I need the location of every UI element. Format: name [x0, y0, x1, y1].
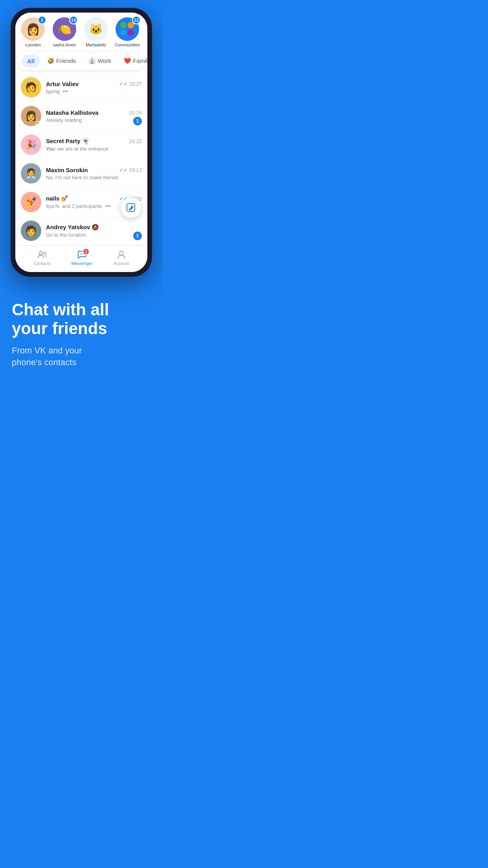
chat-item-andrey[interactable]: 🧑 Andrey Yatskov 🔕 Go to the location 1: [15, 217, 147, 245]
compose-fab[interactable]: [121, 197, 141, 218]
story-avatar-wrap-sasha: 🍋 14: [53, 17, 76, 41]
filter-tab-friends[interactable]: 🤣 Friends: [42, 54, 81, 68]
chat-preview-nails: Ilya N. and 2 participants •••: [46, 203, 132, 209]
chat-preview-text: Ilya N. and 2 participants: [46, 203, 102, 209]
chat-header-maxim: Maxim Sorokin ✓✓ 19:12: [46, 167, 142, 173]
chat-item-natasha[interactable]: 👩 Natasha Kallistova 20:24 Already readi…: [15, 102, 147, 131]
story-badge-vponkin: 2: [38, 16, 46, 24]
unread-badge: 1: [133, 117, 142, 125]
chat-content-artur: Artur Valiev ✓✓ 20:27 typing •••: [46, 81, 142, 94]
chat-avatar-artur: 🧑: [21, 77, 41, 97]
chat-name-nails: nails 💅: [46, 195, 68, 202]
chat-preview-text: Already reading: [46, 117, 82, 123]
chat-content-andrey: Andrey Yatskov 🔕 Go to the location: [46, 224, 142, 238]
chat-preview-text: we are at the entrance: [57, 146, 108, 152]
nav-badge-messenger: 3: [83, 248, 90, 255]
hero-section: Chat with all your friends From VK and y…: [0, 285, 163, 388]
read-check: ✓✓: [119, 167, 128, 173]
chat-preview-andrey: Go to the location: [46, 232, 132, 238]
story-name-sasha: sasha limon: [53, 42, 76, 47]
chat-item-artur[interactable]: 🧑 Artur Valiev ✓✓ 20:27 typing •••: [15, 73, 147, 102]
story-badge-communities: 12: [132, 16, 141, 24]
chat-preview-secret-party: You: we are at the entrance: [46, 146, 132, 152]
svg-point-3: [44, 252, 46, 254]
story-marta[interactable]: 🐱 Martadello: [82, 17, 110, 47]
story-communities[interactable]: 12 Communities: [114, 17, 141, 47]
chat-avatar-maxim: 🧑‍💼: [21, 163, 41, 184]
chat-header-artur: Artur Valiev ✓✓ 20:27: [46, 81, 142, 87]
story-name-marta: Martadello: [86, 42, 106, 47]
chat-preview-text: No, I'm not here to make friends: [46, 175, 119, 180]
story-avatar-wrap-marta: 🐱: [84, 17, 108, 41]
filter-tab-all[interactable]: All: [22, 55, 40, 68]
svg-point-7: [119, 251, 123, 255]
chat-header-andrey: Andrey Yatskov 🔕: [46, 224, 142, 231]
bottom-nav: Contacts 3 Messenger Account: [15, 245, 147, 272]
chat-time-secret-party: 20:22: [129, 138, 142, 144]
chat-list: 🧑 Artur Valiev ✓✓ 20:27 typing ••• 👩 Nat…: [15, 73, 147, 245]
svg-point-5: [82, 254, 83, 254]
chat-avatar-nails: 💅: [21, 192, 41, 212]
chat-avatar-natasha: 👩: [21, 106, 41, 126]
online-indicator: [36, 121, 40, 125]
nav-item-contacts[interactable]: Contacts: [33, 250, 50, 266]
filter-tab-family[interactable]: ❤️ Family: [118, 54, 147, 68]
nav-icon-messenger: 3: [77, 250, 87, 260]
story-badge-sasha: 14: [69, 16, 78, 24]
nav-icon-contacts: [37, 250, 47, 260]
phone-frame: 👩 2 v.ponkin 🍋 14 sasha limon 🐱 Martadel…: [11, 8, 152, 277]
story-avatar-wrap-vponkin: 👩 2: [21, 17, 45, 41]
nav-label-messenger: Messenger: [72, 261, 93, 266]
story-sasha[interactable]: 🍋 14 sasha limon: [51, 17, 78, 47]
chat-item-maxim[interactable]: 🧑‍💼 Maxim Sorokin ✓✓ 19:12 No, I'm not h…: [15, 159, 147, 188]
chat-preview-natasha: Already reading: [46, 117, 132, 123]
chat-name-maxim: Maxim Sorokin: [46, 167, 88, 173]
chat-time-maxim: ✓✓ 19:12: [119, 167, 142, 173]
nav-label-contacts: Contacts: [33, 261, 50, 266]
chat-name-artur: Artur Valiev: [46, 81, 79, 87]
read-check: ✓✓: [119, 81, 128, 87]
chat-content-maxim: Maxim Sorokin ✓✓ 19:12 No, I'm not here …: [46, 167, 142, 180]
chat-content-natasha: Natasha Kallistova 20:24 Already reading: [46, 109, 142, 123]
story-vponkin[interactable]: 👩 2 v.ponkin: [19, 17, 47, 47]
chat-content-secret-party: Secret Party 👻 20:22 You: we are at the …: [46, 138, 142, 152]
chat-header-secret-party: Secret Party 👻 20:22: [46, 138, 142, 145]
chat-preview-text: Go to the location: [46, 232, 86, 238]
filter-bar: All🤣 Friends👔 Work❤️ Family: [18, 52, 144, 70]
chat-avatar-andrey: 🧑: [21, 221, 41, 241]
chat-time-artur: ✓✓ 20:27: [119, 81, 142, 87]
chat-name-natasha: Natasha Kallistova: [46, 109, 98, 116]
chat-preview-text: typing: [46, 88, 60, 94]
unread-badge: 1: [133, 232, 142, 240]
chat-preview-artur: typing •••: [46, 88, 132, 94]
filter-tab-work[interactable]: 👔 Work: [83, 54, 117, 68]
svg-point-2: [39, 252, 42, 255]
nav-label-account: Account: [114, 261, 129, 266]
story-avatar-wrap-communities: 12: [116, 17, 139, 41]
you-label: You:: [46, 146, 56, 152]
svg-point-4: [80, 254, 81, 254]
story-name-vponkin: v.ponkin: [25, 42, 41, 47]
chat-header-natasha: Natasha Kallistova 20:24: [46, 109, 142, 116]
story-name-communities: Communities: [115, 42, 140, 47]
nav-item-messenger[interactable]: 3 Messenger: [72, 250, 93, 266]
hero-subtitle: From VK and your phone's contacts: [12, 345, 151, 369]
chat-preview-maxim: No, I'm not here to make friends: [46, 175, 132, 180]
chat-name-andrey: Andrey Yatskov 🔕: [46, 224, 99, 231]
nav-icon-account: [116, 250, 127, 260]
hero-title: Chat with all your friends: [12, 300, 151, 338]
chat-time-natasha: 20:24: [129, 110, 142, 116]
phone-screen: 👩 2 v.ponkin 🍋 14 sasha limon 🐱 Martadel…: [15, 13, 147, 272]
nav-item-account[interactable]: Account: [114, 250, 129, 266]
chat-avatar-secret-party: 🎉: [21, 134, 41, 155]
chat-item-secret-party[interactable]: 🎉 Secret Party 👻 20:22 You: we are at th…: [15, 131, 147, 159]
stories-section: 👩 2 v.ponkin 🍋 14 sasha limon 🐱 Martadel…: [15, 13, 147, 52]
chat-name-secret-party: Secret Party 👻: [46, 138, 90, 145]
